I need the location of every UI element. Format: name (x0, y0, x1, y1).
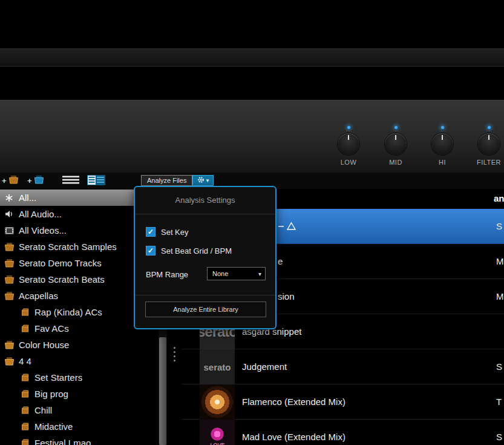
sidebar-item-fav-acs[interactable]: Fav ACs (0, 320, 134, 337)
analysis-settings-gear-button[interactable]: ▾ (192, 175, 214, 186)
sidebar-item-label: Serato Demo Tracks (19, 258, 102, 268)
track-row[interactable]: LOVE Mad Love (Extended Mix) S (182, 420, 504, 445)
sidebar-item-color-house[interactable]: Color House (0, 337, 134, 353)
crate-icon (2, 340, 16, 349)
album-art: serato (200, 349, 235, 384)
sidebar-item-festival-lmao[interactable]: Festival Lmao (0, 435, 134, 445)
track-title: Mad Love (Extended Mix) (242, 420, 345, 445)
set-beatgrid-label: Set Beat Grid / BPM (161, 246, 232, 255)
divider (135, 295, 275, 295)
sidebar-item-rap-kinda-acs[interactable]: Rap (Kinda) ACs (0, 304, 134, 320)
low-eq-knob-unit: LOW (329, 126, 368, 166)
subcrate-icon (18, 374, 31, 381)
set-beatgrid-checkbox-row[interactable]: Set Beat Grid / BPM (146, 246, 232, 255)
sidebar-item-serato-scratch-beats[interactable]: Serato Scratch Beats (0, 271, 134, 288)
track-title-fragment: sion (278, 279, 295, 314)
sidebar-item-label: Set Starters (34, 372, 82, 383)
column-header-fragment[interactable]: an (494, 193, 504, 203)
bpm-range-label: BPM Range (146, 270, 188, 279)
add-crate-button[interactable]: + (2, 175, 19, 186)
sidebar-item-label: All Audio... (19, 209, 62, 219)
subcrate-icon (18, 406, 31, 414)
sidebar-item-label: Big prog (34, 389, 68, 399)
sidebar-item-4-4[interactable]: 4 4 (0, 353, 134, 369)
sidebar-item-label: Chill (34, 405, 52, 415)
track-cell-fragment: M (496, 244, 504, 279)
crate-sidebar: All... All Audio... All Videos... Serato… (0, 189, 134, 445)
sidebar-item-chill[interactable]: Chill (0, 402, 134, 418)
all-library-icon (2, 194, 16, 202)
sidebar-item-label: Fav ACs (34, 323, 69, 334)
filter-led-icon (488, 126, 491, 129)
gear-icon (197, 175, 205, 186)
sidebar-item-label: Festival Lmao (34, 438, 91, 445)
files-list-view-icon[interactable] (62, 175, 79, 185)
crate-icon (2, 275, 16, 284)
track-title-fragment: e (278, 244, 283, 279)
checkbox-checked-icon[interactable] (146, 227, 155, 237)
library-panel: + + Analyze Files (0, 173, 504, 445)
crate-icon (2, 259, 16, 268)
sidebar-item-set-starters[interactable]: Set Starters (0, 369, 134, 386)
beatgrid-flag-icon (278, 222, 296, 233)
serato-app-window: LOW MID HI FILTER + (0, 0, 504, 445)
low-led-icon (347, 126, 350, 129)
subcrate-icon (18, 325, 31, 332)
sidebar-item-acapellas[interactable]: Acapellas (0, 288, 134, 304)
smart-crate-icon (34, 175, 44, 186)
album-art (200, 384, 235, 420)
set-key-label: Set Key (161, 228, 189, 237)
checkbox-checked-icon[interactable] (146, 246, 155, 255)
sidebar-item-label: Acapellas (19, 291, 58, 301)
bpm-range-value: None (212, 270, 228, 277)
track-row[interactable]: Flamenco (Extended Mix) T (182, 384, 504, 420)
filter-knob-label: FILTER (477, 159, 501, 166)
low-eq-knob[interactable] (338, 133, 359, 155)
hi-eq-knob-unit: HI (423, 126, 462, 166)
hi-led-icon (441, 126, 444, 129)
sidebar-item-all[interactable]: All... (0, 190, 134, 206)
sidebar-item-label: Rap (Kinda) ACs (34, 307, 102, 317)
sidebar-item-big-prog[interactable]: Big prog (0, 386, 134, 402)
speaker-icon (2, 210, 16, 218)
mid-eq-knob[interactable] (385, 133, 407, 155)
sidebar-item-midactive[interactable]: Midactive (0, 418, 134, 435)
mid-led-icon (394, 126, 398, 129)
sidebar-item-label: Color House (19, 340, 69, 350)
album-art: LOVE (200, 420, 235, 445)
hi-knob-label: HI (439, 159, 446, 166)
crate-icon (8, 175, 19, 186)
sidebar-item-label: 4 4 (19, 356, 31, 366)
set-key-checkbox-row[interactable]: Set Key (146, 227, 189, 237)
track-row[interactable]: serato Judgement S (182, 349, 504, 384)
track-title: Judgement (242, 349, 287, 384)
track-cell-fragment: S (496, 349, 502, 384)
analyze-entire-library-button[interactable]: Analyze Entire Library (145, 302, 266, 317)
mid-eq-knob-unit: MID (376, 126, 415, 166)
hi-eq-knob[interactable] (431, 133, 453, 155)
low-knob-label: LOW (341, 159, 357, 166)
track-cell-fragment: S (496, 209, 502, 243)
subcrate-icon (18, 390, 31, 398)
divider (135, 214, 275, 214)
sidebar-item-all-videos[interactable]: All Videos... (0, 222, 134, 239)
crate-icon (2, 291, 16, 300)
sidebar-item-serato-demo-tracks[interactable]: Serato Demo Tracks (0, 255, 134, 271)
analyze-files-button[interactable]: Analyze Files (141, 175, 192, 186)
sidebar-item-label: Midactive (34, 421, 73, 432)
bpm-range-dropdown[interactable]: None (207, 267, 266, 280)
filter-knob-unit: FILTER (470, 126, 504, 166)
analysis-settings-popup: Analysis Settings Set Key Set Beat Grid … (134, 186, 277, 329)
plus-icon: + (2, 177, 7, 185)
add-smart-crate-button[interactable]: + (27, 175, 44, 186)
track-title: Flamenco (Extended Mix) (242, 384, 345, 419)
sidebar-item-serato-scratch-samples[interactable]: Serato Scratch Samples (0, 239, 134, 255)
filter-knob[interactable] (478, 133, 500, 155)
mixer-panel: LOW MID HI FILTER (0, 100, 504, 173)
panel-resize-grip[interactable] (172, 347, 176, 364)
sidebar-item-all-audio[interactable]: All Audio... (0, 206, 134, 222)
subcrate-icon (18, 308, 31, 316)
columns-view-icon[interactable] (87, 175, 105, 185)
sidebar-scrollbar-thumb[interactable] (159, 337, 166, 445)
crate-icon (2, 242, 16, 251)
